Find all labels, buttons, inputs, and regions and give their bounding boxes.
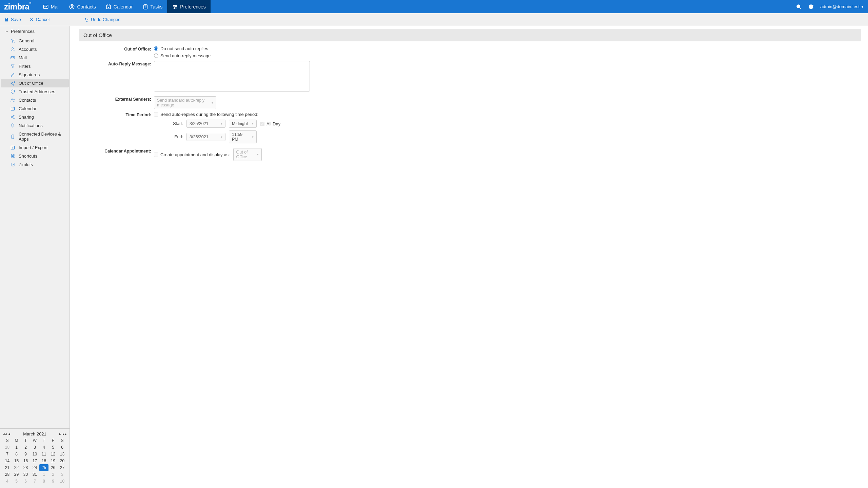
cal-day[interactable]: 10 [30, 451, 39, 458]
cal-day[interactable]: 13 [58, 451, 67, 458]
sidebar-item-signatures[interactable]: Signatures [0, 70, 70, 79]
cal-day[interactable]: 23 [21, 464, 30, 471]
cal-day[interactable]: 8 [12, 451, 21, 458]
cal-day[interactable]: 6 [21, 478, 30, 485]
external-senders-select[interactable]: Send standard auto-reply message▾ [154, 96, 216, 109]
tab-preferences[interactable]: Preferences [167, 0, 210, 13]
cal-day[interactable]: 20 [58, 458, 67, 464]
allday-check[interactable]: All Day [260, 121, 280, 126]
cal-grid: SMTWTFS281234567891011121314151617181920… [3, 437, 67, 485]
radio-no-send[interactable]: Do not send auto replies [154, 46, 861, 51]
cal-day[interactable]: 6 [58, 444, 67, 451]
end-time-select[interactable]: 11:59 PM▾ [229, 130, 257, 143]
sidebar-item-contacts[interactable]: Contacts [0, 96, 70, 104]
cal-day[interactable]: 1 [39, 471, 48, 478]
cal-day[interactable]: 3 [30, 444, 39, 451]
refresh-icon[interactable] [808, 4, 814, 10]
sidebar-item-general[interactable]: General [0, 37, 70, 45]
cal-day[interactable]: 28 [3, 471, 12, 478]
cal-day[interactable]: 8 [39, 478, 48, 485]
cal-day[interactable]: 3 [58, 471, 67, 478]
cal-day[interactable]: 5 [48, 444, 58, 451]
sidebar-item-mail[interactable]: Mail [0, 54, 70, 62]
cal-prev-year[interactable]: ◂◂ [3, 432, 7, 436]
display-as-select[interactable]: Out of Office▾ [233, 148, 262, 161]
cal-prev-month[interactable]: ◂ [8, 432, 10, 436]
sidebar-item-filters[interactable]: Filters [0, 62, 70, 70]
radio-send[interactable]: Send auto-reply message [154, 53, 861, 58]
cal-dow: S [3, 437, 12, 444]
sidebar-item-notifications[interactable]: Notifications [0, 121, 70, 130]
cal-day[interactable]: 15 [12, 458, 21, 464]
cal-day[interactable]: 31 [30, 471, 39, 478]
cal-day[interactable]: 7 [30, 478, 39, 485]
tab-mail[interactable]: Mail [38, 0, 64, 13]
sidebar-header[interactable]: Preferences [0, 26, 70, 37]
undo-button[interactable]: Undo Changes [84, 17, 120, 22]
cal-day[interactable]: 11 [39, 451, 48, 458]
cal-next-year[interactable]: ▸▸ [63, 432, 67, 436]
cal-day[interactable]: 14 [3, 458, 12, 464]
sidebar-item-sharing[interactable]: Sharing [0, 113, 70, 121]
user-menu[interactable]: admin@domain.test▼ [820, 4, 864, 9]
cal-day[interactable]: 9 [21, 451, 30, 458]
nav-tabs: Mail Contacts Calendar Tasks Preferences [38, 0, 211, 13]
create-appt-check[interactable]: Create appointment and display as: [154, 152, 230, 157]
auto-reply-textarea[interactable] [154, 61, 310, 92]
cal-day[interactable]: 29 [12, 471, 21, 478]
svg-point-9 [12, 40, 14, 42]
cal-day[interactable]: 12 [48, 451, 58, 458]
start-date-select[interactable]: 3/25/2021▾ [186, 120, 225, 128]
cal-day[interactable]: 19 [48, 458, 58, 464]
cal-day[interactable]: 16 [21, 458, 30, 464]
search-icon[interactable] [796, 4, 802, 10]
cal-day[interactable]: 18 [39, 458, 48, 464]
svg-point-15 [11, 117, 12, 118]
cal-day[interactable]: 2 [21, 444, 30, 451]
cal-day[interactable]: 27 [58, 464, 67, 471]
label-start: Start: [154, 121, 183, 126]
cal-day[interactable]: 25 [39, 464, 48, 471]
cal-month-label[interactable]: March 2021 [23, 431, 46, 436]
tab-tasks[interactable]: Tasks [138, 0, 167, 13]
sidebar-item-devices[interactable]: Connected Devices & Apps [0, 130, 70, 143]
preferences-icon [172, 4, 178, 10]
cal-dow: M [12, 437, 21, 444]
cal-day[interactable]: 9 [48, 478, 58, 485]
cal-day[interactable]: 2 [48, 471, 58, 478]
cal-day[interactable]: 28 [3, 444, 12, 451]
cal-day[interactable]: 24 [30, 464, 39, 471]
cal-next-month[interactable]: ▸ [59, 432, 61, 436]
cal-day[interactable]: 22 [12, 464, 21, 471]
save-button[interactable]: Save [4, 17, 21, 22]
header-right: admin@domain.test▼ [796, 4, 864, 10]
svg-rect-14 [11, 107, 15, 110]
start-time-select[interactable]: Midnight▾ [229, 120, 257, 128]
cal-day[interactable]: 21 [3, 464, 12, 471]
tab-contacts[interactable]: Contacts [64, 0, 100, 13]
cal-day[interactable]: 4 [39, 444, 48, 451]
sidebar-item-import[interactable]: Import / Export [0, 143, 70, 152]
cal-day[interactable]: 17 [30, 458, 39, 464]
cal-day[interactable]: 10 [58, 478, 67, 485]
cal-day[interactable]: 1 [12, 444, 21, 451]
mail-icon [43, 4, 49, 10]
cal-day[interactable]: 5 [12, 478, 21, 485]
time-period-check[interactable]: Send auto-replies during the following t… [154, 112, 861, 117]
tab-calendar[interactable]: Calendar [101, 0, 138, 13]
main-area: Preferences General Accounts Mail Filter… [0, 26, 868, 488]
sidebar-item-out-of-office[interactable]: Out of Office [1, 79, 69, 87]
sidebar-item-shortcuts[interactable]: Shortcuts [0, 152, 70, 160]
sidebar-item-accounts[interactable]: Accounts [0, 45, 70, 54]
sidebar-item-calendar[interactable]: Calendar [0, 104, 70, 113]
label-external: External Senders: [79, 96, 154, 102]
sidebar: Preferences General Accounts Mail Filter… [0, 26, 70, 488]
sidebar-item-zimlets[interactable]: Zimlets [0, 160, 70, 169]
end-date-select[interactable]: 3/25/2021▾ [186, 133, 225, 141]
sidebar-item-trusted[interactable]: Trusted Addresses [0, 87, 70, 96]
cancel-button[interactable]: Cancel [29, 17, 50, 22]
cal-day[interactable]: 26 [48, 464, 58, 471]
cal-day[interactable]: 30 [21, 471, 30, 478]
cal-day[interactable]: 7 [3, 451, 12, 458]
cal-day[interactable]: 4 [3, 478, 12, 485]
